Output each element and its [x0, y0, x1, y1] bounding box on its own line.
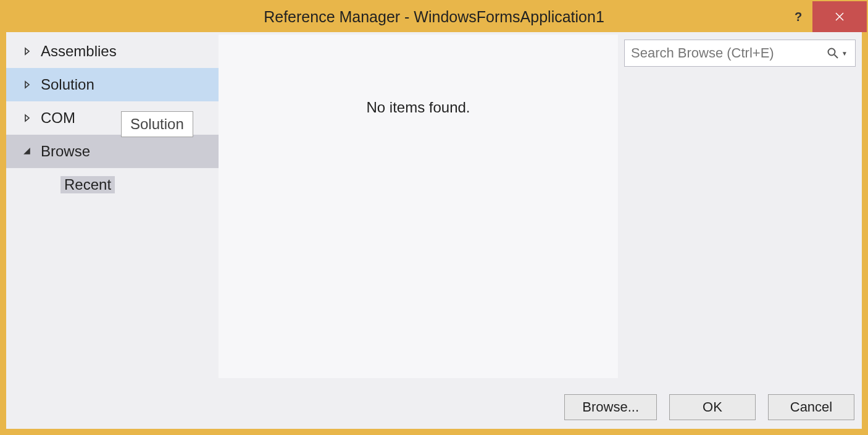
search-input[interactable] — [631, 45, 824, 61]
browse-button[interactable]: Browse... — [564, 394, 657, 420]
svg-point-0 — [828, 49, 835, 56]
sidebar-subitem-label: Recent — [61, 176, 115, 193]
main-panel: No items found. — [219, 35, 618, 378]
help-button[interactable]: ? — [784, 1, 812, 32]
empty-message: No items found. — [366, 99, 470, 378]
close-button[interactable] — [812, 1, 867, 32]
window-title: Reference Manager - WindowsFormsApplicat… — [264, 8, 604, 26]
titlebar: Reference Manager - WindowsFormsApplicat… — [1, 1, 867, 32]
titlebar-controls: ? — [784, 1, 867, 32]
search-box[interactable]: ▼ — [624, 40, 856, 67]
sidebar-item-label: Browse — [41, 143, 90, 160]
chevron-down-icon — [23, 148, 35, 155]
chevron-down-icon: ▼ — [841, 50, 848, 57]
content-row: Assemblies Solution COM — [6, 32, 862, 386]
sidebar: Assemblies Solution COM — [6, 32, 219, 386]
right-panel: ▼ — [618, 32, 862, 386]
sidebar-item-assemblies[interactable]: Assemblies — [6, 35, 219, 68]
cancel-button[interactable]: Cancel — [768, 394, 854, 420]
chevron-right-icon — [23, 47, 35, 56]
footer: Browse... OK Cancel — [6, 386, 862, 429]
sidebar-subitem-recent[interactable]: Recent — [6, 168, 219, 201]
sidebar-item-label: COM — [41, 109, 75, 127]
search-icon[interactable]: ▼ — [824, 47, 850, 59]
sidebar-item-solution[interactable]: Solution — [6, 68, 219, 101]
ok-button[interactable]: OK — [669, 394, 756, 420]
chevron-right-icon — [23, 80, 35, 89]
sidebar-item-com[interactable]: COM — [6, 101, 219, 135]
sidebar-item-browse[interactable]: Browse — [6, 135, 219, 168]
sidebar-item-label: Assemblies — [41, 43, 117, 60]
dialog-body: Assemblies Solution COM — [1, 32, 867, 434]
dialog-window: Reference Manager - WindowsFormsApplicat… — [0, 0, 868, 435]
sidebar-item-label: Solution — [41, 76, 94, 93]
close-icon — [835, 12, 845, 22]
chevron-right-icon — [23, 114, 35, 122]
